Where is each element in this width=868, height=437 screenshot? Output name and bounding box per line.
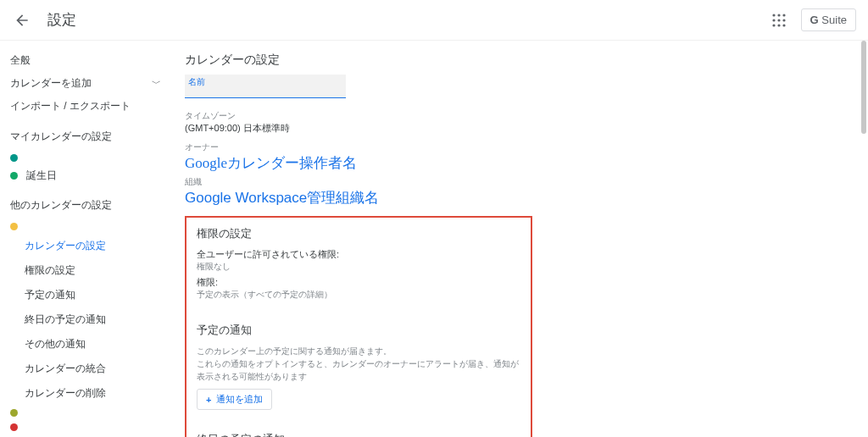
org-value[interactable]: Google Workspace管理組織名	[185, 188, 868, 207]
sidebar: 全般 カレンダーを追加 ﹀ インポート / エクスポート マイカレンダーの設定 …	[0, 41, 170, 437]
owner-label: オーナー	[185, 141, 868, 153]
sidebar-link-cal-settings[interactable]: カレンダーの設定	[25, 234, 170, 258]
svg-point-7	[777, 24, 780, 26]
org-label: 組織	[185, 176, 868, 188]
page-title: 設定	[47, 10, 76, 30]
svg-point-5	[782, 19, 785, 21]
svg-point-0	[772, 14, 775, 16]
gsuite-prefix: G	[810, 14, 819, 26]
sidebar-birthday-label: 誕生日	[26, 169, 57, 183]
calendar-settings-heading: カレンダーの設定	[185, 53, 868, 68]
sidebar-import-export[interactable]: インポート / エクスポート	[10, 95, 170, 118]
back-arrow-icon[interactable]	[12, 10, 32, 30]
sidebar-othercal-item[interactable]	[10, 219, 170, 234]
sidebar-mycal-item[interactable]	[10, 151, 170, 165]
permissions-heading: 権限の設定	[197, 226, 520, 241]
sidebar-link-notif[interactable]: 予定の通知	[25, 283, 170, 307]
sidebar-othercal-header: 他のカレンダーの設定	[10, 198, 170, 213]
calendar-color-dot	[10, 172, 18, 180]
perm-all-users-label: 全ユーザーに許可されている権限:	[197, 248, 520, 261]
allday-notif-heading: 終日の予定の通知	[197, 432, 520, 437]
sidebar-general[interactable]: 全般	[10, 49, 170, 72]
owner-value[interactable]: Googleカレンダー操作者名	[185, 153, 868, 173]
calendar-color-dot	[10, 154, 18, 162]
vertical-scrollbar-thumb[interactable]	[861, 41, 866, 134]
main-content: カレンダーの設定 名前 タイムゾーン (GMT+09:00) 日本標準時 オーナ…	[170, 41, 868, 437]
svg-point-4	[777, 19, 780, 21]
gsuite-label: Suite	[821, 14, 847, 26]
name-field-container: 名前	[185, 75, 346, 98]
app-header: 設定 G Suite	[0, 0, 868, 41]
add-event-notif-button[interactable]: +通知を追加	[197, 389, 272, 410]
perm-label: 権限:	[197, 276, 520, 289]
perm-value: 予定の表示（すべての予定の詳細）	[197, 289, 520, 301]
name-label: 名前	[188, 76, 205, 88]
name-input[interactable]	[185, 75, 346, 98]
sidebar-othercal-item[interactable]	[10, 406, 170, 420]
sidebar-link-perm[interactable]: 権限の設定	[25, 258, 170, 283]
perm-all-users-value: 権限なし	[197, 261, 520, 273]
sidebar-link-other-notif[interactable]: その他の通知	[25, 332, 170, 357]
sidebar-link-delete[interactable]: カレンダーの削除	[25, 381, 170, 406]
svg-point-2	[782, 14, 785, 16]
apps-grid-icon[interactable]	[769, 10, 789, 30]
calendar-color-dot	[10, 223, 18, 230]
sidebar-birthday[interactable]: 誕生日	[10, 165, 170, 186]
chevron-down-icon: ﹀	[152, 77, 161, 90]
calendar-color-dot	[10, 423, 18, 431]
svg-point-3	[772, 19, 775, 21]
event-notif-heading: 予定の通知	[197, 323, 520, 338]
svg-point-1	[777, 14, 780, 16]
sidebar-mycal-header: マイカレンダーの設定	[10, 130, 170, 144]
sidebar-othercal-item[interactable]	[10, 420, 170, 434]
add-event-notif-label: 通知を追加	[216, 393, 263, 406]
plus-icon: +	[206, 395, 211, 405]
sidebar-add-calendar[interactable]: カレンダーを追加 ﹀	[10, 72, 170, 95]
timezone-label: タイムゾーン	[185, 110, 868, 122]
sidebar-link-allday[interactable]: 終日の予定の通知	[25, 307, 170, 332]
calendar-color-dot	[10, 409, 18, 417]
sidebar-add-calendar-label: カレンダーを追加	[10, 76, 92, 91]
highlighted-sections-box: 権限の設定 全ユーザーに許可されている権限: 権限なし 権限: 予定の表示（すべ…	[185, 216, 532, 437]
timezone-value: (GMT+09:00) 日本標準時	[185, 122, 868, 135]
event-notif-desc: このカレンダー上の予定に関する通知が届きます。 これらの通知をオプトインすると、…	[197, 345, 520, 383]
gsuite-button[interactable]: G Suite	[801, 8, 856, 31]
svg-point-6	[772, 24, 775, 26]
svg-point-8	[782, 24, 785, 26]
sidebar-link-integration[interactable]: カレンダーの統合	[25, 357, 170, 381]
